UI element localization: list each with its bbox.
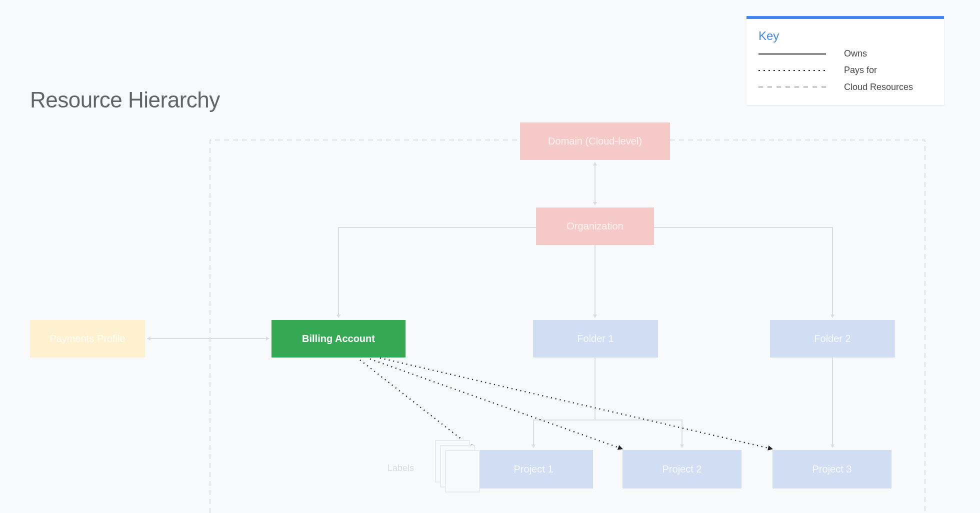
pays-for-line-project2: [370, 359, 622, 449]
node-project-3: Project 3: [772, 450, 892, 488]
legend-line-dashed-icon: [758, 86, 826, 88]
node-payments-profile: Payments Profile: [30, 320, 145, 358]
node-domain: Domain (Cloud-level): [520, 122, 670, 160]
legend-row-cloud-resources: Cloud Resources: [758, 82, 932, 93]
node-organization: Organization: [536, 208, 654, 245]
pays-for-line-project3: [380, 358, 772, 449]
owns-line-org-folder2: [654, 228, 832, 318]
legend-title: Key: [758, 29, 932, 43]
legend-line-dotted-icon: [758, 70, 826, 71]
labels-text: Labels: [388, 463, 414, 474]
legend-label-cloud-resources: Cloud Resources: [844, 82, 913, 93]
legend-box: Key Owns Pays for Cloud Resources: [746, 16, 944, 105]
owns-line-org-billing: [338, 228, 536, 318]
node-project-1: Project 1: [474, 450, 593, 488]
node-folder-1: Folder 1: [533, 320, 658, 358]
node-folder-2: Folder 2: [770, 320, 895, 358]
owns-line-folder1-project1: [534, 358, 595, 448]
pays-for-line-project1: [360, 360, 474, 449]
legend-line-solid-icon: [758, 54, 826, 54]
legend-label-pays-for: Pays for: [844, 64, 877, 76]
node-project-2: Project 2: [622, 450, 742, 488]
node-billing-account: Billing Account: [272, 320, 406, 358]
owns-line-folder1-project2: [595, 420, 682, 448]
legend-row-pays-for: Pays for: [758, 64, 932, 76]
legend-row-owns: Owns: [758, 48, 932, 60]
page-title: Resource Hierarchy: [30, 88, 220, 112]
legend-label-owns: Owns: [844, 48, 867, 60]
